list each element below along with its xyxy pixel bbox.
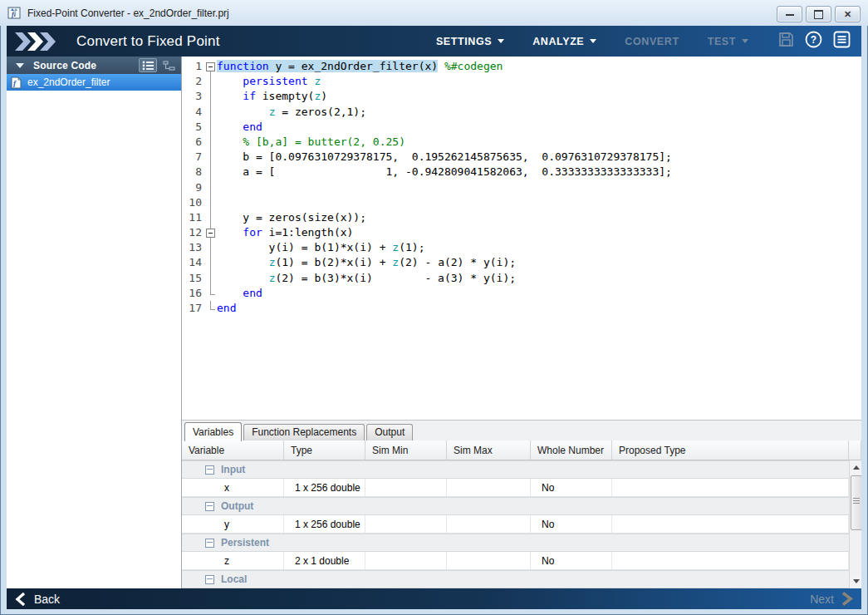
code-line[interactable]: 12 for i=1:length(x) (182, 225, 861, 240)
column-header-sim-min[interactable]: Sim Min (365, 440, 447, 460)
cell-sim-min[interactable] (365, 515, 447, 533)
table-row-x[interactable]: x1 x 256 doubleNo (182, 479, 849, 497)
code-text: b = [0.0976310729378175, 0.1952621458756… (217, 150, 672, 165)
app-window: fi Fixed-Point Converter - ex_2ndOrder_f… (0, 0, 868, 615)
code-line[interactable]: 1function y = ex_2ndOrder_filter(x) %#co… (182, 59, 861, 74)
fold-toggle-icon[interactable] (204, 225, 217, 240)
collapse-caret-icon[interactable] (16, 63, 24, 68)
fold-margin (204, 89, 217, 104)
chevron-down-icon (742, 39, 748, 43)
code-line[interactable]: 17end (182, 301, 861, 316)
column-header-type[interactable]: Type (284, 440, 365, 460)
sidebar-header[interactable]: Source Code (7, 57, 181, 74)
cell-sim-max[interactable] (447, 515, 531, 533)
column-header-sim-max[interactable]: Sim Max (447, 440, 531, 460)
code-line[interactable]: 3 if isempty(z) (182, 89, 861, 104)
column-header-whole-number[interactable]: Whole Number (531, 440, 612, 460)
code-line[interactable]: 11 y = zeros(size(x)); (182, 210, 861, 225)
column-header-proposed-type[interactable]: Proposed Type (612, 440, 849, 460)
chevron-down-icon (498, 39, 504, 43)
code-line[interactable]: 14 z(1) = b(2)*x(i) + z(2) - a(2) * y(i)… (182, 255, 861, 270)
collapse-group-icon[interactable] (205, 502, 214, 511)
help-icon[interactable]: ? (805, 31, 822, 52)
code-text: for i=1:length(x) (217, 225, 353, 240)
sidebar-item-source-file[interactable]: f ex_2ndOrder_filter (7, 74, 181, 91)
minimize-button[interactable] (777, 6, 802, 22)
tree-view-button[interactable] (159, 58, 178, 72)
cell-proposed-type[interactable] (612, 515, 849, 533)
menu-icon[interactable] (833, 31, 851, 52)
save-icon[interactable] (778, 32, 794, 51)
thumb-grip-icon (853, 498, 860, 505)
code-line[interactable]: 6 % [b,a] = butter(2, 0.25) (182, 135, 861, 150)
title-bar: fi Fixed-Point Converter - ex_2ndOrder_f… (0, 0, 868, 26)
code-line[interactable]: 16 end (182, 286, 861, 301)
cell-type[interactable]: 2 x 1 double (284, 552, 365, 569)
fold-margin (204, 240, 217, 255)
code-line[interactable]: 13 y(i) = b(1)*x(i) + z(1); (182, 240, 861, 255)
maximize-button[interactable] (806, 6, 831, 22)
collapse-group-icon[interactable] (205, 539, 214, 548)
code-text: y(i) = b(1)*x(i) + z(1); (217, 240, 424, 255)
sidebar-header-label: Source Code (33, 60, 96, 71)
cell-variable[interactable]: x (182, 479, 284, 496)
column-header-variable[interactable]: Variable (182, 440, 284, 460)
bottom-panel: VariablesFunction ReplacementsOutput Var… (182, 420, 861, 588)
cell-type[interactable]: 1 x 256 double (284, 479, 365, 496)
cell-sim-min[interactable] (365, 479, 447, 496)
toolstrip-icons: ? (778, 31, 851, 52)
cell-value: 2 x 1 double (284, 555, 349, 567)
menu-settings[interactable]: SETTINGS (436, 36, 504, 47)
cell-whole-number[interactable]: No (531, 552, 612, 569)
close-button[interactable]: ✕ (835, 6, 861, 22)
code-editor[interactable]: 1function y = ex_2ndOrder_filter(x) %#co… (182, 57, 861, 422)
collapse-group-icon[interactable] (205, 465, 214, 475)
group-row-local[interactable]: Local (182, 570, 849, 588)
back-button[interactable]: Back (15, 593, 60, 606)
group-label: Input (221, 464, 245, 475)
line-number: 16 (182, 286, 204, 301)
menu-analyze[interactable]: ANALYZE (532, 36, 596, 47)
code-line[interactable]: 7 b = [0.0976310729378175, 0.19526214587… (182, 150, 861, 165)
table-row-y[interactable]: y1 x 256 doubleNo (182, 515, 849, 534)
code-line[interactable]: 15 z(2) = b(3)*x(i) - a(3) * y(i); (182, 271, 861, 286)
list-view-button[interactable] (139, 58, 157, 72)
cell-variable[interactable]: y (182, 515, 284, 533)
code-line[interactable]: 2 persistent z (182, 74, 861, 89)
cell-proposed-type[interactable] (612, 552, 849, 569)
line-number: 15 (182, 271, 204, 286)
close-icon: ✕ (844, 10, 851, 19)
group-row-persistent[interactable]: Persistent (182, 534, 849, 552)
code-line[interactable]: 9 (182, 180, 861, 195)
code-line[interactable]: 4 z = zeros(2,1); (182, 105, 861, 120)
code-text: y = zeros(size(x)); (217, 210, 366, 225)
code-line[interactable]: 10 (182, 195, 861, 210)
cell-whole-number[interactable]: No (531, 515, 612, 533)
cell-sim-max[interactable] (447, 552, 531, 569)
code-line[interactable]: 5 end (182, 120, 861, 135)
cell-whole-number[interactable]: No (531, 479, 612, 496)
code-line[interactable]: 8 a = [ 1, -0.942809041582063, 0.3333333… (182, 165, 861, 180)
group-row-output[interactable]: Output (182, 497, 849, 515)
fold-toggle-icon[interactable] (204, 59, 217, 74)
panel-tabs: VariablesFunction ReplacementsOutput (182, 420, 861, 440)
scroll-down-button[interactable] (850, 575, 861, 588)
table-row-z[interactable]: z2 x 1 doubleNo (182, 552, 849, 570)
cell-proposed-type[interactable] (612, 479, 849, 496)
group-row-input[interactable]: Input (182, 460, 849, 479)
scrollbar-thumb[interactable] (851, 475, 861, 530)
scroll-up-button[interactable] (850, 461, 861, 474)
cell-variable[interactable]: z (182, 552, 284, 569)
cell-value: x (224, 482, 229, 494)
cell-sim-min[interactable] (365, 552, 447, 569)
table-scrollbar[interactable] (849, 460, 861, 588)
tab-output[interactable]: Output (366, 424, 413, 440)
cell-value: 1 x 256 double (284, 519, 360, 530)
cell-type[interactable]: 1 x 256 double (284, 515, 365, 533)
cell-sim-max[interactable] (447, 479, 531, 496)
next-button[interactable]: Next (810, 592, 853, 606)
tab-function-replacements[interactable]: Function Replacements (243, 424, 365, 440)
line-number: 1 (182, 59, 204, 74)
tab-variables[interactable]: Variables (184, 422, 242, 441)
collapse-group-icon[interactable] (205, 575, 214, 584)
